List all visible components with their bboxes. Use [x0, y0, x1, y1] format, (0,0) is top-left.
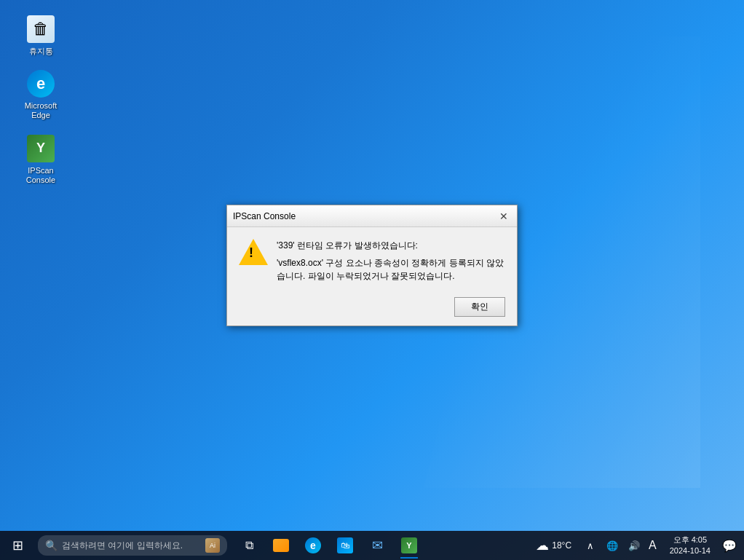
taskbar-app-mail[interactable]: ✉ — [361, 531, 393, 560]
taskbar-apps: ⧉ e 🛍 ✉ — [233, 531, 425, 560]
task-view-icon: ⧉ — [240, 537, 258, 554]
tray-expand-icon: ∧ — [587, 540, 594, 551]
notification-icon: 💬 — [722, 539, 737, 553]
volume-icon[interactable]: 🔊 — [624, 531, 644, 560]
dialog-close-button[interactable]: ✕ — [496, 209, 511, 224]
taskbar-app-edge[interactable]: e — [297, 531, 329, 560]
dialog-titlebar: IPScan Console ✕ — [227, 205, 517, 227]
taskbar-search[interactable]: 🔍 검색하려면 여기에 입력하세요. Ai — [38, 535, 227, 556]
clock-area[interactable]: 오후 4:05 2024-10-14 — [664, 531, 716, 560]
start-button[interactable]: ⊞ — [0, 531, 35, 560]
file-explorer-icon — [272, 537, 290, 554]
notification-center-button[interactable]: 💬 — [718, 531, 741, 560]
network-status-icon: 🌐 — [606, 540, 618, 551]
taskbar: ⊞ 🔍 검색하려면 여기에 입력하세요. Ai ⧉ — [0, 531, 744, 560]
mail-icon: ✉ — [368, 537, 386, 554]
dialog-overlay: IPScan Console ✕ '339' 런타임 오류가 발생하였습니다: … — [0, 0, 744, 531]
taskbar-app-ipscan[interactable]: Y — [393, 531, 425, 560]
weather-widget[interactable]: ☁ 18°C — [531, 531, 576, 560]
input-method-indicator[interactable]: A — [646, 539, 660, 552]
dialog-title: IPScan Console — [233, 211, 296, 221]
system-tray: ∧ 🌐 🔊 A — [577, 531, 662, 560]
network-icon[interactable]: 🌐 — [602, 531, 622, 560]
store-icon: 🛍 — [336, 537, 354, 554]
weather-cloud-icon: ☁ — [536, 537, 549, 553]
search-icon: 🔍 — [45, 540, 58, 551]
taskbar-right: ☁ 18°C ∧ 🌐 🔊 A 오후 4:05 2024-10-14 — [531, 531, 744, 560]
warning-icon — [239, 239, 268, 268]
ipscan-taskbar-icon: Y — [400, 537, 418, 554]
edge-taskbar-icon: e — [304, 537, 322, 554]
dialog-message-line1: '339' 런타임 오류가 발생하였습니다: — [277, 239, 505, 252]
windows-logo-icon: ⊞ — [12, 537, 23, 553]
ai-label: Ai — [210, 542, 215, 549]
dialog-ok-button[interactable]: 확인 — [454, 297, 505, 317]
taskbar-app-store[interactable]: 🛍 — [329, 531, 361, 560]
dialog-message-line2: 'vsflex8.ocx' 구성 요소나 종속성이 정확하게 등록되지 않았습니… — [277, 256, 505, 283]
desktop: 🗑 휴지통 e Microsoft Edge Y IPScan Console … — [0, 0, 744, 560]
dialog-content-area: '339' 런타임 오류가 발생하였습니다: 'vsflex8.ocx' 구성 … — [227, 227, 517, 291]
volume-status-icon: 🔊 — [628, 540, 640, 551]
search-bing-icon: Ai — [205, 538, 220, 553]
error-dialog: IPScan Console ✕ '339' 런타임 오류가 발생하였습니다: … — [226, 205, 518, 326]
clock-date: 2024-10-14 — [670, 545, 711, 556]
warning-triangle-graphic — [239, 239, 268, 265]
weather-temperature: 18°C — [552, 540, 571, 551]
search-placeholder-text: 검색하려면 여기에 입력하세요. — [62, 540, 201, 552]
tray-chevron[interactable]: ∧ — [580, 531, 601, 560]
clock-time: 오후 4:05 — [673, 535, 707, 545]
dialog-message: '339' 런타임 오류가 발생하였습니다: 'vsflex8.ocx' 구성 … — [277, 239, 505, 283]
taskbar-app-taskview[interactable]: ⧉ — [233, 531, 265, 560]
dialog-buttons-area: 확인 — [227, 291, 517, 326]
taskbar-app-explorer[interactable] — [265, 531, 297, 560]
